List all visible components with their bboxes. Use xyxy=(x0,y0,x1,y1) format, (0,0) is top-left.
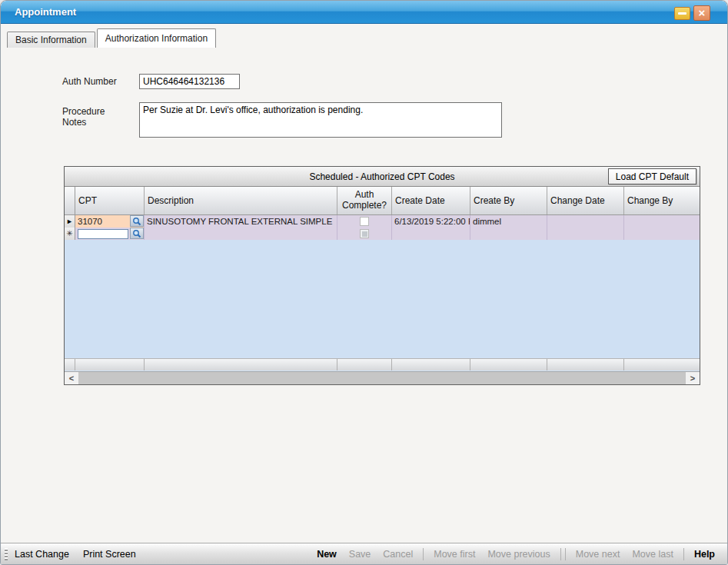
title-bar[interactable]: Appointment × xyxy=(1,1,727,24)
header-change-by[interactable]: Change By xyxy=(624,187,700,214)
description-cell[interactable]: SINUSOTOMY FRONTAL EXTERNAL SIMPLE xyxy=(145,215,337,228)
create-date-cell[interactable] xyxy=(392,228,470,240)
close-button[interactable]: × xyxy=(693,5,710,21)
separator xyxy=(423,548,424,560)
change-date-cell[interactable] xyxy=(547,215,624,228)
cpt-codes-grid: Scheduled - Authorized CPT Codes Load CP… xyxy=(64,166,700,385)
move-last-button[interactable]: Move last xyxy=(632,549,673,560)
auth-complete-cell[interactable] xyxy=(337,215,392,228)
scroll-right-icon: > xyxy=(690,374,695,383)
status-bar: Last Change Print Screen New Save Cancel… xyxy=(1,543,727,564)
magnifier-icon xyxy=(132,229,141,238)
separator xyxy=(565,548,566,560)
grid-empty-area xyxy=(65,240,700,358)
change-date-cell[interactable] xyxy=(547,228,624,240)
load-cpt-default-button[interactable]: Load CPT Default xyxy=(608,168,696,184)
footer-cell xyxy=(470,359,547,371)
description-cell[interactable] xyxy=(145,228,337,240)
cpt-lookup-button[interactable] xyxy=(130,228,144,239)
create-by-cell[interactable]: dimmel xyxy=(470,215,547,228)
cpt-cell[interactable]: 31070 xyxy=(75,215,145,228)
header-create-date[interactable]: Create Date xyxy=(392,187,470,214)
current-row-arrow-icon: ► xyxy=(66,218,73,225)
footer-cell xyxy=(547,359,624,371)
move-previous-button[interactable]: Move previous xyxy=(487,549,550,560)
grid-caption-text: Scheduled - Authorized CPT Codes xyxy=(309,171,454,182)
appointment-window: Appointment × Basic Information Authoriz… xyxy=(0,0,728,565)
row-indicator-cell: ✳ xyxy=(65,228,75,240)
auth-number-label: Auth Number xyxy=(62,76,117,87)
cpt-lookup-button[interactable] xyxy=(130,215,144,227)
window-title: Appointment xyxy=(15,6,76,18)
auth-complete-checkbox[interactable] xyxy=(360,217,369,226)
footer-cell xyxy=(337,359,392,371)
grid-caption-bar: Scheduled - Authorized CPT Codes Load CP… xyxy=(65,167,700,187)
scroll-right-button[interactable]: > xyxy=(686,372,700,384)
move-next-button[interactable]: Move next xyxy=(576,549,620,560)
tab-basic-information[interactable]: Basic Information xyxy=(7,32,95,48)
procedure-notes-label: Procedure Notes xyxy=(62,106,124,128)
new-button[interactable]: New xyxy=(317,549,337,560)
footer-cell xyxy=(75,359,145,371)
create-by-cell[interactable] xyxy=(470,228,547,240)
save-button[interactable]: Save xyxy=(349,549,371,560)
toolbar-grip xyxy=(5,548,8,560)
header-indicator xyxy=(65,187,75,214)
row-indicator-cell: ► xyxy=(65,215,75,228)
create-date-cell[interactable]: 6/13/2019 5:22:00 PM xyxy=(392,215,470,228)
tab-authorization-information[interactable]: Authorization Information xyxy=(97,28,216,48)
footer-cell xyxy=(65,359,75,371)
close-icon: × xyxy=(699,6,706,19)
header-change-date[interactable]: Change Date xyxy=(547,187,624,214)
auth-complete-checkbox[interactable] xyxy=(360,229,369,238)
help-button[interactable]: Help xyxy=(694,549,715,560)
change-by-cell[interactable] xyxy=(624,228,700,240)
cpt-value: 31070 xyxy=(78,217,102,226)
table-row[interactable]: ► 31070 SINUSOTOMY FRONTAL EXTERNAL SIMP… xyxy=(65,215,700,228)
header-auth-complete[interactable]: Auth Complete? xyxy=(337,187,392,214)
tab-label: Authorization Information xyxy=(105,33,208,44)
footer-cell xyxy=(624,359,700,371)
auth-complete-cell[interactable] xyxy=(337,228,392,240)
header-description[interactable]: Description xyxy=(145,187,337,214)
status-bar-actions: New Save Cancel Move first Move previous… xyxy=(311,548,721,560)
horizontal-scrollbar[interactable]: < > xyxy=(65,371,700,384)
minimize-icon xyxy=(678,12,686,15)
footer-cell xyxy=(145,359,337,371)
last-change-button[interactable]: Last Change xyxy=(15,549,69,560)
grid-header-row: CPT Description Auth Complete? Create Da… xyxy=(65,187,700,215)
separator xyxy=(683,548,684,560)
scroll-left-icon: < xyxy=(69,374,74,383)
grid-footer-row xyxy=(65,358,700,371)
header-cpt[interactable]: CPT xyxy=(75,187,145,214)
new-row-asterisk-icon: ✳ xyxy=(66,230,72,238)
cancel-button[interactable]: Cancel xyxy=(383,549,413,560)
minimize-button[interactable] xyxy=(674,7,690,20)
footer-cell xyxy=(392,359,470,371)
new-row[interactable]: ✳ xyxy=(65,228,700,240)
tab-label: Basic Information xyxy=(15,35,87,45)
separator xyxy=(560,548,561,560)
new-cpt-input[interactable] xyxy=(78,229,128,239)
header-create-by[interactable]: Create By xyxy=(470,187,547,214)
move-first-button[interactable]: Move first xyxy=(434,549,475,560)
print-screen-button[interactable]: Print Screen xyxy=(83,549,136,560)
magnifier-icon xyxy=(132,217,141,226)
procedure-notes-textarea[interactable] xyxy=(139,102,502,138)
change-by-cell[interactable] xyxy=(624,215,700,228)
cpt-cell[interactable] xyxy=(75,228,145,240)
auth-number-input[interactable] xyxy=(139,74,240,89)
tab-strip: Basic Information Authorization Informat… xyxy=(1,25,727,48)
scroll-left-button[interactable]: < xyxy=(65,372,78,384)
